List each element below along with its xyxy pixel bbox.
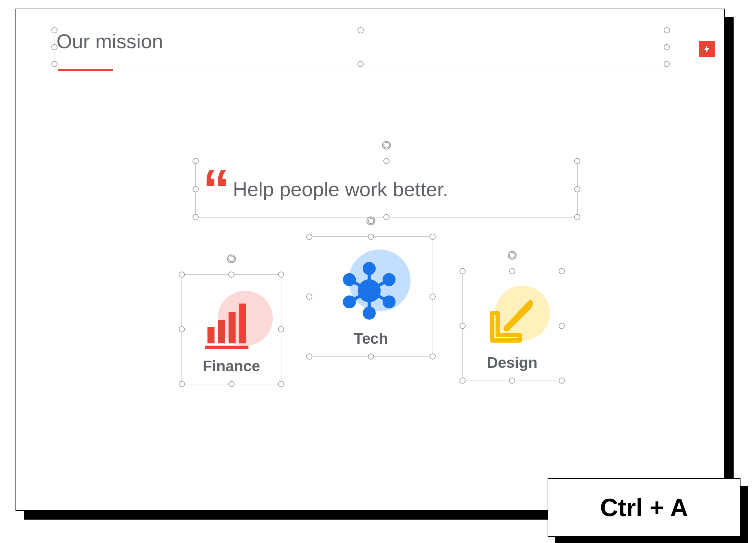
resize-handle[interactable] xyxy=(559,268,565,274)
resize-handle[interactable] xyxy=(358,61,364,67)
resize-handle[interactable] xyxy=(429,234,436,240)
resize-handle[interactable] xyxy=(664,61,670,67)
quote-textbox[interactable]: “ Help people work better. xyxy=(195,161,578,217)
resize-handle[interactable] xyxy=(306,353,312,360)
svg-point-15 xyxy=(364,264,374,274)
resize-handle[interactable] xyxy=(383,214,390,220)
resize-handle[interactable] xyxy=(228,272,235,278)
resize-handle[interactable] xyxy=(51,27,58,33)
resize-handle[interactable] xyxy=(574,186,580,192)
svg-rect-3 xyxy=(218,320,225,343)
svg-rect-4 xyxy=(229,312,236,343)
paintbrush-icon xyxy=(481,294,536,349)
slide-title[interactable]: Our mission xyxy=(54,30,667,52)
resize-handle[interactable] xyxy=(459,377,466,384)
resize-handle[interactable] xyxy=(306,294,312,300)
quote-mark-icon: “ xyxy=(203,175,225,203)
slide-canvas[interactable]: Our mission xyxy=(15,9,725,511)
resize-handle[interactable] xyxy=(509,377,515,384)
resize-handle[interactable] xyxy=(459,268,466,274)
network-icon xyxy=(338,260,400,322)
resize-handle[interactable] xyxy=(193,186,199,192)
resize-handle[interactable] xyxy=(179,326,185,332)
svg-rect-6 xyxy=(205,346,249,349)
resize-handle[interactable] xyxy=(179,272,185,278)
resize-handle[interactable] xyxy=(278,381,284,387)
svg-point-17 xyxy=(384,297,394,307)
design-textbox[interactable]: Design xyxy=(462,271,562,381)
svg-point-18 xyxy=(364,308,374,318)
resize-handle[interactable] xyxy=(306,234,312,240)
quote-text[interactable]: Help people work better. xyxy=(233,178,448,201)
title-textbox[interactable]: Our mission xyxy=(54,30,667,64)
rotate-handle[interactable] xyxy=(227,254,236,264)
resize-handle[interactable] xyxy=(193,214,199,220)
resize-handle[interactable] xyxy=(429,353,436,360)
resize-handle[interactable] xyxy=(358,27,364,33)
resize-handle[interactable] xyxy=(383,158,390,164)
rotate-handle[interactable] xyxy=(366,216,376,226)
svg-point-20 xyxy=(344,275,354,285)
title-underline xyxy=(58,69,113,71)
resize-handle[interactable] xyxy=(228,381,235,387)
resize-handle[interactable] xyxy=(51,61,58,67)
resize-handle[interactable] xyxy=(664,27,670,33)
resize-handle[interactable] xyxy=(574,158,580,164)
rotate-handle[interactable] xyxy=(382,140,391,150)
svg-rect-2 xyxy=(207,327,214,343)
resize-handle[interactable] xyxy=(459,323,466,329)
design-label[interactable]: Design xyxy=(487,354,538,371)
resize-handle[interactable] xyxy=(179,381,185,387)
resize-handle[interactable] xyxy=(368,353,374,360)
resize-handle[interactable] xyxy=(278,326,284,332)
tech-label[interactable]: Tech xyxy=(354,330,388,347)
resize-handle[interactable] xyxy=(559,323,565,329)
svg-point-14 xyxy=(359,281,379,301)
resize-handle[interactable] xyxy=(193,158,199,164)
bar-chart-icon xyxy=(200,294,259,353)
shortcut-label: Ctrl + A xyxy=(548,478,741,537)
svg-point-16 xyxy=(384,275,394,285)
resize-handle[interactable] xyxy=(278,272,284,278)
lightning-badge[interactable] xyxy=(699,41,715,57)
svg-point-19 xyxy=(344,297,354,307)
resize-handle[interactable] xyxy=(51,44,58,50)
rotate-handle[interactable] xyxy=(507,251,517,260)
resize-handle[interactable] xyxy=(429,294,436,300)
resize-handle[interactable] xyxy=(559,377,565,384)
finance-textbox[interactable]: Finance xyxy=(182,274,281,384)
tech-textbox[interactable]: Tech xyxy=(309,236,433,357)
resize-handle[interactable] xyxy=(368,234,374,240)
svg-rect-5 xyxy=(239,304,246,343)
resize-handle[interactable] xyxy=(509,268,515,274)
lightning-icon xyxy=(702,45,711,54)
slide[interactable]: Our mission xyxy=(15,9,725,511)
resize-handle[interactable] xyxy=(574,214,580,220)
shortcut-overlay: Ctrl + A xyxy=(548,478,741,537)
resize-handle[interactable] xyxy=(664,44,670,50)
finance-label[interactable]: Finance xyxy=(203,358,260,375)
